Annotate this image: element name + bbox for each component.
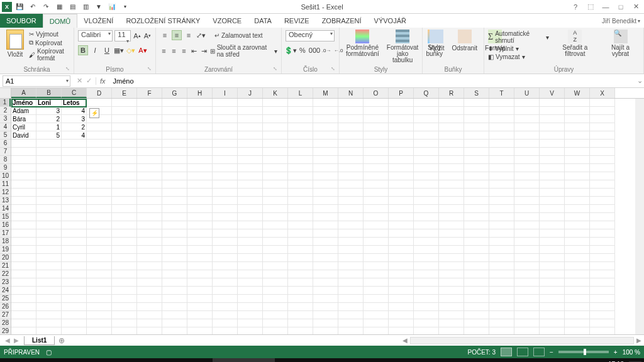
cell[interactable] <box>540 295 565 303</box>
cell[interactable] <box>514 262 540 270</box>
cell[interactable] <box>364 123 389 131</box>
cell[interactable] <box>288 262 313 270</box>
cell[interactable] <box>112 287 137 295</box>
cell[interactable] <box>162 254 187 262</box>
cell[interactable] <box>540 254 565 262</box>
cell[interactable] <box>187 213 213 221</box>
cell[interactable] <box>514 229 540 238</box>
sort-filter-button[interactable]: AZSeřadit a filtrovat <box>552 28 599 58</box>
font-size-select[interactable]: 11 <box>114 30 131 41</box>
cell[interactable] <box>62 213 87 221</box>
column-header[interactable]: N <box>338 88 364 98</box>
cell[interactable] <box>288 254 313 262</box>
cell[interactable] <box>389 123 414 131</box>
sheet-next-icon[interactable]: ▶ <box>14 337 19 344</box>
cell[interactable] <box>364 221 389 229</box>
cell[interactable] <box>414 115 439 123</box>
cell[interactable] <box>11 156 36 164</box>
ribbon-display-icon[interactable]: ⬚ <box>585 3 596 11</box>
align-center-icon[interactable]: ≡ <box>170 46 178 56</box>
align-middle-icon[interactable]: ≡ <box>172 30 182 40</box>
cell[interactable] <box>338 107 364 115</box>
cell[interactable] <box>36 213 62 221</box>
cell[interactable] <box>540 148 565 156</box>
cell[interactable] <box>540 156 565 164</box>
cell[interactable] <box>489 295 514 303</box>
row-header[interactable]: 12 <box>0 189 11 197</box>
cell[interactable] <box>464 164 489 172</box>
cell[interactable] <box>263 229 288 238</box>
cell[interactable] <box>313 189 338 197</box>
cell[interactable] <box>540 197 565 205</box>
cell[interactable] <box>590 180 615 189</box>
cell[interactable] <box>364 311 389 319</box>
cell[interactable] <box>565 238 590 246</box>
excel-icon[interactable]: X <box>2 2 12 12</box>
cell[interactable]: 3 <box>62 115 87 123</box>
column-header[interactable]: J <box>238 88 263 98</box>
row-header[interactable]: 18 <box>0 238 11 246</box>
cell[interactable] <box>36 319 62 327</box>
cell[interactable] <box>187 287 213 295</box>
cell[interactable] <box>364 303 389 311</box>
row-header[interactable]: 21 <box>0 262 11 270</box>
cell[interactable] <box>313 107 338 115</box>
cell[interactable] <box>364 327 389 334</box>
cell[interactable] <box>338 278 364 287</box>
cell[interactable] <box>263 115 288 123</box>
dialog-launcher-icon[interactable]: ⤡ <box>331 66 335 72</box>
column-header[interactable]: Q <box>414 88 439 98</box>
cell[interactable] <box>364 107 389 115</box>
cell[interactable] <box>313 148 338 156</box>
cell[interactable]: Bára <box>11 115 36 123</box>
cell[interactable] <box>112 213 137 221</box>
cell[interactable] <box>414 295 439 303</box>
cell[interactable] <box>364 189 389 197</box>
cell[interactable] <box>338 172 364 180</box>
cell[interactable] <box>489 287 514 295</box>
cell[interactable] <box>590 140 615 148</box>
cell[interactable] <box>338 311 364 319</box>
cell[interactable] <box>514 107 540 115</box>
cell[interactable] <box>87 180 112 189</box>
cell[interactable] <box>11 270 36 278</box>
cell[interactable] <box>414 254 439 262</box>
cell[interactable] <box>338 205 364 213</box>
cell[interactable] <box>565 107 590 115</box>
cell[interactable] <box>439 205 464 213</box>
redo-icon[interactable]: ↷ <box>40 1 52 13</box>
cell[interactable] <box>338 246 364 254</box>
cell[interactable] <box>364 262 389 270</box>
cell[interactable] <box>338 254 364 262</box>
cell[interactable] <box>590 287 615 295</box>
cell[interactable] <box>11 319 36 327</box>
column-header[interactable]: M <box>313 88 338 98</box>
cell[interactable] <box>489 164 514 172</box>
cell[interactable] <box>87 148 112 156</box>
cell[interactable] <box>36 164 62 172</box>
cell[interactable] <box>288 205 313 213</box>
cell[interactable] <box>514 270 540 278</box>
column-header[interactable]: R <box>439 88 464 98</box>
row-header[interactable]: 27 <box>0 311 11 319</box>
sheet-prev-icon[interactable]: ◀ <box>5 337 10 344</box>
cell[interactable] <box>263 205 288 213</box>
minimize-icon[interactable]: — <box>600 3 611 11</box>
cell[interactable] <box>137 229 162 238</box>
row-header[interactable]: 1 <box>0 99 11 107</box>
row-header[interactable]: 15 <box>0 213 11 221</box>
cell[interactable] <box>464 238 489 246</box>
cell[interactable] <box>565 213 590 221</box>
cell[interactable] <box>263 278 288 287</box>
zoom-level[interactable]: 100 % <box>623 349 640 356</box>
cell[interactable] <box>439 213 464 221</box>
cell[interactable] <box>565 164 590 172</box>
cell[interactable] <box>62 319 87 327</box>
cell[interactable] <box>464 99 489 107</box>
cell[interactable] <box>213 319 238 327</box>
cell[interactable] <box>565 262 590 270</box>
cell[interactable] <box>11 140 36 148</box>
cell[interactable] <box>414 287 439 295</box>
cell[interactable] <box>137 238 162 246</box>
cell[interactable] <box>36 311 62 319</box>
